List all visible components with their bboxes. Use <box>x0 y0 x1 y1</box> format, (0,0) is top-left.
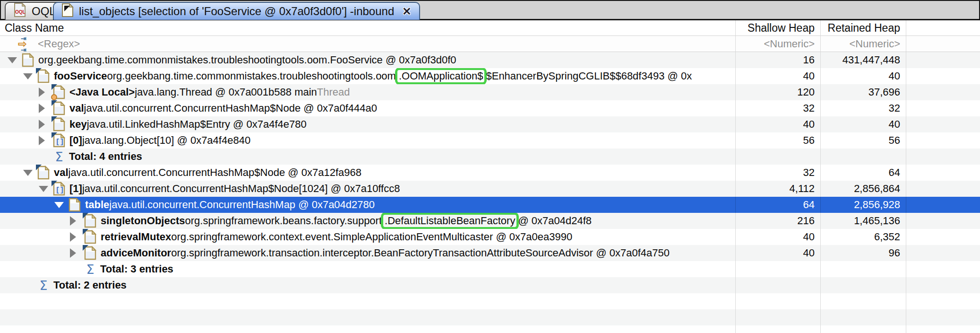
class-name-cell: ΣTotal: 4 entries <box>0 149 736 165</box>
array-icon: [] <box>53 182 65 196</box>
tree-expand-icon[interactable] <box>70 248 84 258</box>
class-name-cell: val java.util.concurrent.ConcurrentHashM… <box>0 100 736 116</box>
highlight-annotation: .OOMApplication$ <box>397 70 485 82</box>
retained-heap-cell <box>821 309 906 325</box>
close-icon[interactable]: ✕ <box>402 5 411 18</box>
retained-heap-cell: 32 <box>821 100 906 116</box>
inbound-decorator <box>52 116 57 122</box>
table-filter-row: ⇥⇨⇥ <Regex> <Numeric> <Numeric> <box>0 36 980 52</box>
row-spacer <box>906 68 980 84</box>
tree-row[interactable]: val java.util.concurrent.ConcurrentHashM… <box>0 165 980 181</box>
tree-row[interactable]: ΣTotal: 3 entries <box>0 261 980 277</box>
tab-oql-label: OQL <box>32 5 56 18</box>
row-label-segment: java.util.concurrent.ConcurrentHashMap @… <box>109 199 375 211</box>
class-name-cell: org.geekbang.time.commonmistakes.trouble… <box>0 52 736 68</box>
shallow-heap-cell <box>736 325 821 333</box>
tree-row[interactable]: val java.util.concurrent.ConcurrentHashM… <box>0 100 980 116</box>
row-spacer <box>906 100 980 116</box>
tree-expand-icon[interactable] <box>39 120 53 129</box>
shallow-heap-filter-input[interactable]: <Numeric> <box>764 38 815 50</box>
svg-text:[]: [] <box>56 186 64 194</box>
class-name-cell: singletonObjects org.springframework.bea… <box>0 213 736 229</box>
row-spacer <box>906 181 980 197</box>
retained-heap-cell <box>821 325 906 333</box>
column-header-class-name[interactable]: Class Name <box>0 20 736 35</box>
object-icon <box>53 117 65 131</box>
class-name-cell: <Java Local> java.lang.Thread @ 0x7a001b… <box>0 84 736 100</box>
tree-row[interactable]: ΣTotal: 4 entries <box>0 149 980 165</box>
retained-heap-filter-input[interactable]: <Numeric> <box>849 38 900 50</box>
row-spacer <box>906 52 980 68</box>
svg-text:[]: [] <box>56 138 64 146</box>
inbound-decorator <box>52 84 57 90</box>
shallow-heap-cell: 16 <box>736 52 821 68</box>
tree-expand-icon[interactable] <box>23 170 37 176</box>
tree-expand-icon[interactable] <box>39 104 53 113</box>
retained-heap-cell: 40 <box>821 116 906 132</box>
class-name-filter-input[interactable]: <Regex> <box>38 38 80 50</box>
shallow-heap-cell: 216 <box>736 213 821 229</box>
column-header-retained-heap[interactable]: Retained Heap <box>821 20 906 35</box>
row-label-segment: org.geekbang.time.commonmistakes.trouble… <box>38 54 456 66</box>
tree-expand-icon[interactable] <box>70 216 84 226</box>
tree-expand-icon[interactable] <box>39 186 53 192</box>
tree-row[interactable]: singletonObjects org.springframework.bea… <box>0 213 980 229</box>
editor-tab-bar: OQL OQL list_objects [selection of 'FooS… <box>0 0 980 20</box>
column-header-shallow-heap[interactable]: Shallow Heap <box>736 20 821 35</box>
retained-heap-cell: 37,696 <box>821 84 906 100</box>
retained-heap-cell: 96 <box>821 245 906 261</box>
tree-row[interactable]: [][1] java.util.concurrent.ConcurrentHas… <box>0 181 980 197</box>
tree-row[interactable]: ΣTotal: 2 entries <box>0 277 980 293</box>
tab-list-objects[interactable]: list_objects [selection of 'FooService @… <box>53 2 420 20</box>
row-label-segment: val <box>54 166 69 179</box>
tree-expand-icon[interactable] <box>23 73 37 79</box>
shallow-heap-cell: 40 <box>736 68 821 84</box>
tree-row[interactable]: [][0] java.lang.Object[10] @ 0x7a4f4e840… <box>0 132 980 149</box>
object-icon <box>84 214 96 228</box>
tree-expand-icon[interactable] <box>39 136 53 145</box>
class-name-cell: key java.util.LinkedHashMap$Entry @ 0x7a… <box>0 116 736 132</box>
list-objects-icon <box>61 3 74 20</box>
row-label-segment: [1] <box>69 183 82 195</box>
tree-row[interactable]: table java.util.concurrent.ConcurrentHas… <box>0 197 980 213</box>
tree-expand-icon[interactable] <box>70 232 84 242</box>
tab-list-objects-label: list_objects [selection of 'FooService @… <box>79 5 394 18</box>
shallow-heap-cell: 40 <box>736 245 821 261</box>
shallow-heap-cell: 120 <box>736 84 821 100</box>
tree-row[interactable]: fooService org.geekbang.time.commonmista… <box>0 68 980 84</box>
sigma-icon: Σ <box>53 150 65 163</box>
tree-row[interactable]: adviceMonitor org.springframework.transa… <box>0 245 980 261</box>
row-label-segment: java.util.concurrent.ConcurrentHashMap$N… <box>82 183 400 195</box>
object-icon <box>37 166 50 180</box>
table-header-row: Class Name Shallow Heap Retained Heap <box>0 20 980 36</box>
row-label-segment: org.geekbang.time.commonmistakes.trouble… <box>107 70 396 82</box>
retained-heap-cell: 6,352 <box>821 229 906 245</box>
svg-text:OQL: OQL <box>15 9 26 15</box>
thread-decorator <box>51 94 57 100</box>
object-icon <box>53 101 65 115</box>
empty-row <box>0 309 980 325</box>
object-icon <box>53 85 65 99</box>
tree-row[interactable]: key java.util.LinkedHashMap$Entry @ 0x7a… <box>0 116 980 132</box>
row-label-segment: java.util.concurrent.ConcurrentHashMap$N… <box>84 102 377 114</box>
shallow-heap-cell: 32 <box>736 165 821 181</box>
row-spacer <box>906 277 980 293</box>
tree-row[interactable]: retrievalMutex org.springframework.conte… <box>0 229 980 245</box>
array-icon: [] <box>53 133 65 148</box>
shallow-heap-cell <box>736 309 821 325</box>
inbound-decorator <box>83 245 88 251</box>
retained-heap-cell <box>821 149 906 165</box>
object-icon <box>37 69 50 83</box>
tree-row[interactable]: <Java Local> java.lang.Thread @ 0x7a001b… <box>0 84 980 100</box>
shallow-heap-cell: 40 <box>736 116 821 132</box>
tree-row[interactable]: org.geekbang.time.commonmistakes.trouble… <box>0 52 980 68</box>
retained-heap-cell <box>821 293 906 309</box>
class-name-cell: ΣTotal: 2 entries <box>0 277 736 293</box>
retained-heap-cell: 40 <box>821 68 906 84</box>
tree-expand-icon[interactable] <box>8 57 22 63</box>
row-label-segment: key <box>69 118 87 131</box>
regex-filter-icon: ⇥⇨⇥ <box>18 36 33 52</box>
object-icon <box>84 246 96 260</box>
inbound-decorator <box>83 229 88 235</box>
tree-expand-icon[interactable] <box>54 202 69 208</box>
